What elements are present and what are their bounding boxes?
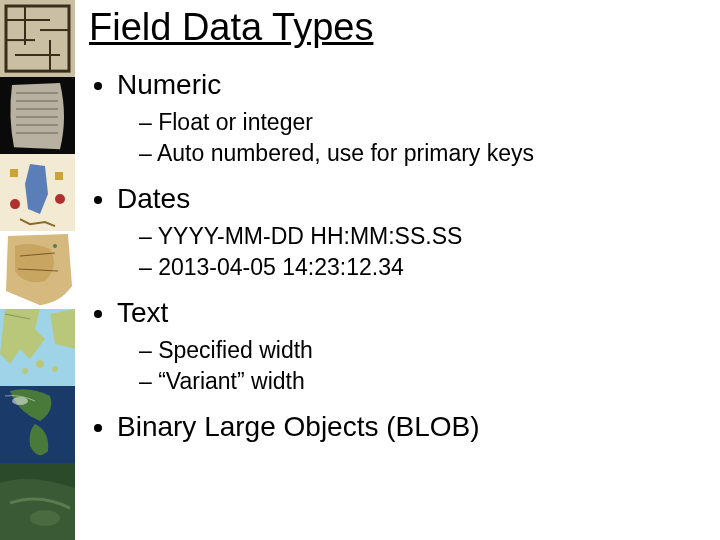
svg-point-17 <box>55 194 65 204</box>
sub-dates-2: 2013-04-05 14:23:12.34 <box>139 252 710 283</box>
thumb-maze <box>0 0 75 77</box>
svg-rect-0 <box>0 0 75 77</box>
bullet-text: Text Specified width “Variant” width <box>117 297 710 397</box>
svg-point-23 <box>36 360 44 368</box>
bullet-numeric: Numeric Float or integer Auto numbered, … <box>117 69 710 169</box>
thumb-tablet <box>0 77 75 154</box>
sub-numeric-2: Auto numbered, use for primary keys <box>139 138 710 169</box>
thumb-illuminated-map <box>0 154 75 231</box>
svg-point-24 <box>52 366 58 372</box>
sub-text-2: “Variant” width <box>139 366 710 397</box>
bullet-list: Numeric Float or integer Auto numbered, … <box>89 69 710 443</box>
thumb-old-map <box>0 231 75 308</box>
sub-numeric-1: Float or integer <box>139 107 710 138</box>
slide: Field Data Types Numeric Float or intege… <box>0 0 720 540</box>
slide-title: Field Data Types <box>89 6 710 49</box>
svg-point-27 <box>12 397 28 405</box>
sub-text-1: Specified width <box>139 335 710 366</box>
bullet-numeric-label: Numeric <box>117 69 221 100</box>
sublist-dates: YYYY-MM-DD HH:MM:SS.SS 2013-04-05 14:23:… <box>117 221 710 283</box>
svg-point-25 <box>22 368 28 374</box>
sublist-numeric: Float or integer Auto numbered, use for … <box>117 107 710 169</box>
sidebar-thumbnails <box>0 0 75 540</box>
slide-content: Field Data Types Numeric Float or intege… <box>75 0 720 540</box>
thumb-americas-map <box>0 386 75 463</box>
svg-point-21 <box>53 244 57 248</box>
svg-point-16 <box>10 199 20 209</box>
bullet-blob: Binary Large Objects (BLOB) <box>117 411 710 443</box>
bullet-text-label: Text <box>117 297 168 328</box>
bullet-dates: Dates YYYY-MM-DD HH:MM:SS.SS 2013-04-05 … <box>117 183 710 283</box>
sub-dates-1: YYYY-MM-DD HH:MM:SS.SS <box>139 221 710 252</box>
thumb-satellite <box>0 463 75 540</box>
svg-rect-19 <box>55 172 63 180</box>
svg-point-29 <box>30 510 60 526</box>
sublist-text: Specified width “Variant” width <box>117 335 710 397</box>
bullet-dates-label: Dates <box>117 183 190 214</box>
thumb-greece-map <box>0 309 75 386</box>
bullet-blob-label: Binary Large Objects (BLOB) <box>117 411 480 442</box>
svg-rect-18 <box>10 169 18 177</box>
